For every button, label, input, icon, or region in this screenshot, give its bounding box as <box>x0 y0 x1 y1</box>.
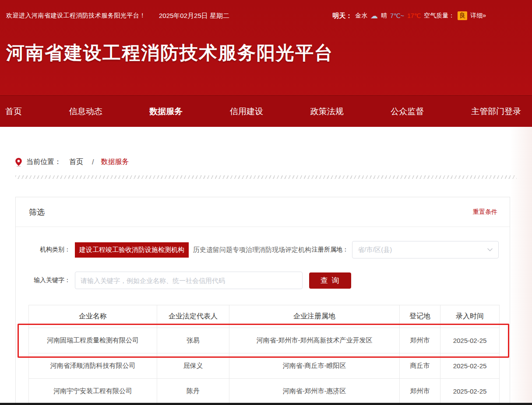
site-header: 河南省建设工程消防技术服务阳光平台 <box>0 31 532 95</box>
cell-legal-rep: 屈保义 <box>157 353 229 379</box>
category-option-inactive[interactable]: 历史遗留问题专项治理消防现场评定机构 <box>193 246 311 254</box>
breadcrumb-current-link[interactable]: 数据服务 <box>101 157 129 167</box>
cell-entry-time: 2025-02-25 <box>440 328 500 353</box>
topbar: 欢迎进入河南省建设工程消防技术服务阳光平台！ 2025年02月25日 星期二 明… <box>0 0 532 31</box>
filter-panel: 筛选 重置条件 机构类别： 建设工程竣工验收消防设施检测机构 历史遗留问题专项治… <box>15 197 510 405</box>
column-header-registration-place: 登记地 <box>400 305 440 328</box>
right-edge-tint <box>510 127 532 405</box>
cell-company-name: 河南宇宁安装工程有限公司 <box>29 379 157 404</box>
breadcrumb-label: 当前位置： <box>26 157 61 167</box>
cell-company-name: 河南固瑞工程质量检测有限公司 <box>29 328 157 353</box>
cell-company-name: 河南省泽顺消防科技有限公司 <box>29 353 157 379</box>
filter-title: 筛选 <box>29 207 45 217</box>
keyword-input[interactable] <box>75 272 303 289</box>
welcome-text: 欢迎进入河南省建设工程消防技术服务阳光平台！ <box>6 12 146 20</box>
table-row[interactable]: 河南省泽顺消防科技有限公司 屈保义 河南省-商丘市-睢阳区 商丘市 2025-0… <box>29 353 500 379</box>
weather-tomorrow-label: 明天： <box>332 12 352 20</box>
category-option-active[interactable]: 建设工程竣工验收消防设施检测机构 <box>75 242 189 258</box>
nav-item-admin-login[interactable]: 主管部门登录 <box>471 106 521 117</box>
keyword-filter-row: 输入关键字： 查 询 <box>16 272 510 289</box>
cell-entry-time: 2025-02-25 <box>440 379 500 404</box>
cell-legal-rep: 张易 <box>157 328 229 353</box>
top-red-zone: 欢迎进入河南省建设工程消防技术服务阳光平台！ 2025年02月25日 星期二 明… <box>0 0 532 127</box>
company-table: 企业名称 企业法定代表人 企业注册属地 登记地 录入时间 河南固瑞工程质量检测有… <box>28 305 500 404</box>
cell-registration-place: 商丘市 <box>400 353 440 379</box>
filter-panel-header: 筛选 重置条件 <box>16 197 510 227</box>
column-header-company-name: 企业名称 <box>29 305 157 328</box>
main-nav: 首页 信息动态 数据服务 信用建设 政策法规 公众监督 主管部门登录 <box>0 95 532 127</box>
weather-temp-high: 17℃ <box>407 12 421 19</box>
table-header-row: 企业名称 企业法定代表人 企业注册属地 登记地 录入时间 <box>29 305 500 328</box>
category-filter-row: 机构类别： 建设工程竣工验收消防设施检测机构 历史遗留问题专项治理消防现场评定机… <box>16 241 510 258</box>
category-label: 机构类别： <box>25 246 70 254</box>
cloud-icon: ☁ <box>370 12 378 20</box>
nav-item-supervision[interactable]: 公众监督 <box>391 106 424 117</box>
cell-entry-time: 2025-02-25 <box>440 353 500 379</box>
nav-item-credit[interactable]: 信用建设 <box>230 106 263 117</box>
column-header-legal-rep: 企业法定代表人 <box>157 305 229 328</box>
nav-item-news[interactable]: 信息动态 <box>69 106 102 117</box>
nav-item-data-service[interactable]: 数据服务 <box>149 106 183 117</box>
region-select-placeholder: 省/市/区(县) <box>358 246 487 254</box>
keyword-label: 输入关键字： <box>25 276 70 284</box>
stripe-divider <box>15 175 517 179</box>
weather-temp-low: 7℃~ <box>390 12 404 19</box>
air-quality-label: 空气质量： <box>424 12 454 20</box>
bottom-bar <box>0 403 532 405</box>
weather-widget: 明天： 金水 ☁ 晴 7℃~ 17℃ 空气质量： 良 详细» <box>332 11 486 20</box>
nav-item-home[interactable]: 首页 <box>5 106 22 117</box>
weather-location: 金水 <box>355 12 367 20</box>
nav-item-policy[interactable]: 政策法规 <box>310 106 344 117</box>
breadcrumb-home-link[interactable]: 首页 <box>69 157 83 167</box>
column-header-registered-region: 企业注册属地 <box>229 305 400 328</box>
cell-registered-region: 河南省-商丘市-睢阳区 <box>229 353 400 379</box>
cell-registration-place: 郑州市 <box>400 328 440 353</box>
location-pin-icon <box>15 158 22 167</box>
air-quality-badge: 良 <box>458 11 467 20</box>
chevron-down-icon <box>487 247 493 253</box>
region-select[interactable]: 省/市/区(县) <box>352 241 499 258</box>
date-text: 2025年02月25日 星期二 <box>159 12 229 20</box>
table-row[interactable]: 河南宇宁安装工程有限公司 陈丹 河南省-郑州市-惠济区 郑州市 2025-02-… <box>29 379 500 404</box>
weather-condition: 晴 <box>381 12 387 20</box>
breadcrumb-separator: / <box>92 158 94 166</box>
region-label: 注册所属地： <box>312 246 349 254</box>
cell-registration-place: 郑州市 <box>400 379 440 404</box>
cell-registered-region: 河南省-郑州市-惠济区 <box>229 379 400 404</box>
table-row[interactable]: 河南固瑞工程质量检测有限公司 张易 河南省-郑州市-郑州高新技术产业开发区 郑州… <box>29 328 500 353</box>
reset-filters-link[interactable]: 重置条件 <box>473 208 497 216</box>
column-header-entry-time: 录入时间 <box>440 305 500 328</box>
breadcrumb: 当前位置： 首页 / 数据服务 <box>15 157 532 167</box>
region-filter-group: 注册所属地： 省/市/区(县) <box>312 241 499 258</box>
search-button[interactable]: 查 询 <box>309 272 351 289</box>
cell-registered-region: 河南省-郑州市-郑州高新技术产业开发区 <box>229 328 400 353</box>
cell-legal-rep: 陈丹 <box>157 379 229 404</box>
weather-detail-link[interactable]: 详细» <box>470 12 486 20</box>
page-title: 河南省建设工程消防技术服务阳光平台 <box>6 41 532 65</box>
